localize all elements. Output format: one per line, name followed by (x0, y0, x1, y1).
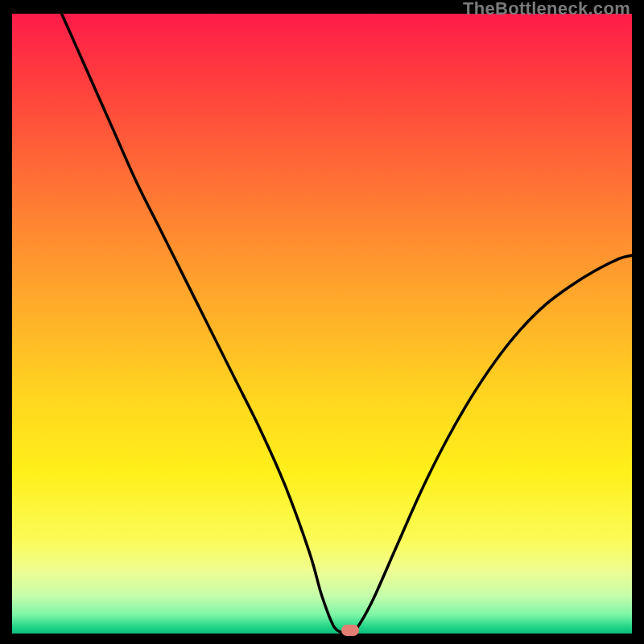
gradient-plot-area (12, 14, 632, 634)
bottleneck-curve (12, 14, 632, 634)
watermark-text: TheBottleneck.com (463, 0, 630, 18)
optimal-point-marker (341, 625, 359, 636)
chart-container: TheBottleneck.com (0, 0, 644, 644)
